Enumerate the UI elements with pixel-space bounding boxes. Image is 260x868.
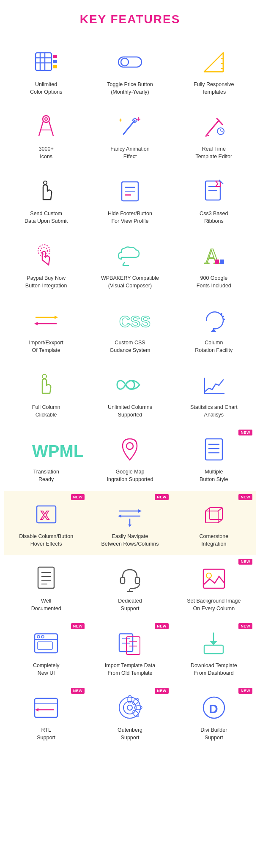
google-fonts-icon: A	[199, 241, 229, 270]
svg-point-57	[221, 313, 222, 315]
svg-line-19	[49, 122, 53, 136]
paypal-buy-icon	[31, 241, 61, 270]
disable-hover-icon: X	[31, 499, 61, 529]
feature-unlimited-columns: Unlimited ColumnsSupported	[88, 362, 172, 426]
full-column-icon	[31, 370, 61, 400]
fully-responsive-icon	[199, 47, 229, 77]
svg-rect-5	[53, 55, 57, 58]
feature-label: Fully ResponsiveTemplates	[194, 81, 234, 96]
feature-cornerstone: NEW CornerstoneIntegration	[172, 491, 256, 555]
feature-dedicated-support: DedicatedSupport	[88, 555, 172, 620]
svg-marker-110	[35, 708, 38, 711]
feature-label: Import Template DataFrom Old Template	[105, 662, 155, 677]
icons-3000-icon	[31, 112, 61, 141]
feature-label: CompletelyNew UI	[33, 662, 60, 677]
svg-rect-7	[53, 65, 57, 68]
well-documented-icon	[31, 564, 61, 593]
feature-multiple-button: NEW MultipleButton Style	[172, 426, 256, 491]
svg-marker-52	[55, 316, 58, 319]
download-template-icon	[199, 628, 229, 658]
feature-label: Statitstics and ChartAnalisys	[190, 404, 238, 419]
svg-text:CSS: CSS	[119, 313, 151, 330]
feature-unlimited-color: UnlimitedColor Options	[4, 39, 88, 103]
feature-well-documented: WellDocumented	[4, 555, 88, 620]
svg-marker-10	[204, 53, 223, 72]
feature-set-background: NEW Set Background ImageOn Every Column	[172, 555, 256, 620]
feature-label: Paypal Buy NowButton Integration	[25, 275, 67, 289]
wpml-icon: WPML	[31, 435, 61, 464]
fancy-animation-icon	[115, 112, 145, 141]
feature-label: DedicatedSupport	[118, 598, 142, 612]
svg-rect-77	[205, 511, 218, 523]
feature-label: RTLSupport	[37, 727, 55, 741]
svg-line-46	[123, 262, 125, 265]
svg-point-34	[44, 181, 47, 184]
features-grid: UnlimitedColor Options Toggle Price Butt…	[4, 39, 256, 749]
svg-marker-76	[128, 525, 131, 527]
svg-marker-42	[216, 181, 220, 187]
feature-label: ColumnRotation Facility	[195, 339, 233, 354]
feature-label: Real TimeTemplate Editor	[195, 146, 232, 160]
import-export-icon	[31, 306, 61, 335]
new-badge: NEW	[155, 688, 169, 694]
feature-download-template: NEW Download TemplateFrom Dashboard	[172, 620, 256, 684]
feature-gutenberg: NEW GutenbergSupport	[88, 684, 172, 749]
svg-point-58	[222, 316, 224, 317]
new-badge: NEW	[71, 688, 85, 694]
svg-rect-8	[118, 57, 142, 67]
feature-label: Unlimited ColumnsSupported	[108, 404, 152, 419]
feature-rtl-support: NEW RTLSupport	[4, 684, 88, 749]
new-badge: NEW	[238, 430, 252, 435]
feature-label: Google MapIngration Supported	[107, 468, 153, 483]
svg-rect-50	[220, 260, 224, 264]
svg-point-92	[206, 573, 211, 578]
svg-point-44	[38, 245, 50, 257]
real-time-editor-icon	[199, 112, 229, 141]
multiple-button-icon	[199, 435, 229, 464]
svg-line-80	[218, 508, 222, 511]
feature-label: Custom CSSGudance System	[110, 339, 151, 354]
svg-point-60	[42, 374, 47, 379]
feature-label: Import/ExxportOf Template	[29, 339, 63, 354]
custom-css-icon: CSS	[115, 306, 145, 335]
feature-hide-footer: Hide Footer/ButtonFor View Profile	[88, 168, 172, 233]
feature-label: Set Background ImageOn Every Column	[187, 598, 241, 612]
google-map-icon	[115, 435, 145, 464]
set-background-icon	[199, 564, 229, 593]
feature-label: Divi BuilderSupport	[200, 727, 227, 741]
svg-point-17	[45, 118, 47, 120]
import-template-icon	[115, 628, 145, 658]
svg-rect-97	[38, 642, 52, 649]
feature-import-template: NEW Import Template DataFrom Old Templat…	[88, 620, 172, 684]
feature-easy-navigate: NEW Easily NavigateBetween Rows/Columns	[88, 491, 172, 555]
feature-real-time-editor: Real TimeTemplate Editor	[172, 103, 256, 168]
svg-line-81	[218, 519, 222, 523]
feature-fancy-animation: Fancy AnimationEffect	[88, 103, 172, 168]
css3-ribbons-icon	[199, 176, 229, 206]
svg-point-59	[223, 319, 225, 320]
svg-rect-6	[53, 60, 57, 63]
svg-point-95	[37, 635, 40, 638]
svg-rect-88	[135, 577, 140, 584]
feature-label: Download TemplateFrom Dashboard	[191, 662, 237, 677]
svg-rect-104	[204, 645, 223, 654]
feature-label: Disable Column/ButtonHover Effects	[19, 533, 73, 548]
svg-point-96	[41, 635, 44, 638]
feature-css3-ribbons: Css3 BasedRibbons	[172, 168, 256, 233]
feature-full-column: Full ColumnClickable	[4, 362, 88, 426]
feature-label: Easily NavigateBetween Rows/Columns	[101, 533, 159, 548]
dedicated-support-icon	[115, 564, 145, 593]
feature-icons-3000: 3000+Icons	[4, 103, 88, 168]
svg-point-116	[134, 706, 142, 710]
svg-text:X: X	[41, 508, 49, 522]
new-badge: NEW	[238, 494, 252, 500]
feature-label: UnlimitedColor Options	[30, 81, 62, 96]
stats-chart-icon	[199, 370, 229, 400]
gutenberg-icon	[115, 693, 145, 722]
feature-wpml: WPML TranslationReady	[4, 426, 88, 491]
svg-marker-72	[138, 509, 142, 513]
feature-import-export: Import/ExxportOf Template	[4, 297, 88, 362]
send-custom-data-icon	[31, 176, 61, 206]
feature-label: 3000+Icons	[39, 146, 54, 160]
svg-point-115	[132, 698, 140, 706]
